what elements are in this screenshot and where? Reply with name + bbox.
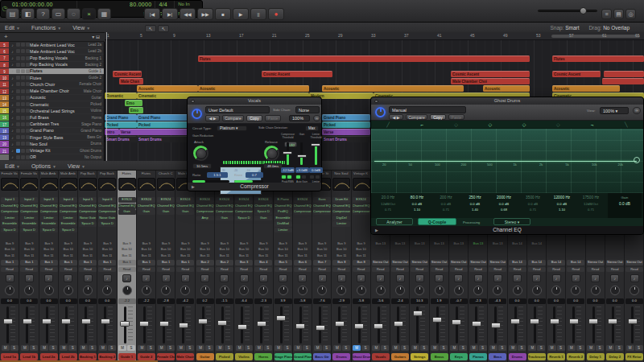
volume-value[interactable]: -2.8 bbox=[157, 298, 175, 304]
menu-view[interactable]: View ▼ bbox=[72, 23, 90, 34]
fader-cap[interactable] bbox=[276, 315, 286, 321]
eq-title-bar[interactable]: Ghost Drums bbox=[371, 97, 643, 105]
solo-button[interactable]: S bbox=[537, 345, 545, 351]
fader-cap[interactable] bbox=[179, 323, 188, 328]
solo-button[interactable] bbox=[21, 69, 25, 73]
audio-fx-slot[interactable]: Gain bbox=[216, 216, 233, 221]
channel-strip-drums[interactable]: Neo SoulDrum KitChannel EQCompressorDigi… bbox=[332, 171, 351, 362]
stop-button[interactable]: ■ bbox=[215, 8, 231, 20]
eq-band-5[interactable]: 2000 Hz0.0 dB0.68 bbox=[490, 193, 518, 212]
audio-fx-slot[interactable]: Compressor bbox=[313, 209, 331, 215]
output-slot[interactable]: Stereo Out bbox=[431, 260, 448, 265]
region-emo[interactable]: Emo bbox=[125, 100, 142, 106]
track-mute-solo[interactable] bbox=[16, 89, 30, 93]
audio-fx-slot[interactable]: PedEQ bbox=[275, 209, 292, 215]
channel-strip-bass-gtr[interactable]: Finger StBassChannel EQCompressorBus 9Bu… bbox=[312, 171, 332, 362]
fader-cap[interactable] bbox=[198, 319, 208, 324]
region-acoustic[interactable]: Acoustic bbox=[322, 85, 464, 92]
mute-button[interactable]: M bbox=[548, 345, 556, 351]
eq-band-6[interactable]: 3500 Hz0.0 dB0.71 bbox=[519, 193, 547, 212]
solo-button[interactable]: S bbox=[615, 345, 623, 351]
channel-strip-lead-1b[interactable]: Female VoInput 2Channel EQCompressorLimi… bbox=[19, 171, 39, 362]
send-slot[interactable]: Bus 10 bbox=[20, 247, 38, 253]
input-slot[interactable]: Bass bbox=[313, 197, 331, 203]
output-slot[interactable]: Bus 1 bbox=[20, 260, 38, 265]
audio-fx-slot[interactable]: Channel EQ bbox=[313, 204, 331, 209]
automation-mode[interactable]: Read bbox=[40, 267, 58, 273]
volume-value[interactable]: -4.3 bbox=[489, 298, 506, 304]
send-slot[interactable]: Bus 11 bbox=[294, 253, 312, 259]
audio-fx-slot[interactable]: Compressor bbox=[235, 209, 253, 215]
send-slot[interactable]: Bus 10 bbox=[176, 247, 194, 253]
mute-button[interactable]: M bbox=[411, 345, 419, 351]
ruler-scrollbar[interactable] bbox=[551, 35, 640, 38]
mute-button[interactable]: M bbox=[118, 345, 126, 351]
send-slot[interactable]: Bus 13 bbox=[411, 241, 428, 247]
output-slot[interactable]: Bus 7 bbox=[313, 260, 331, 265]
fader-cap[interactable] bbox=[374, 323, 383, 329]
fader-cap[interactable] bbox=[295, 323, 305, 329]
automation-mode[interactable]: Read bbox=[1, 267, 19, 273]
automation-mode[interactable]: Read bbox=[391, 267, 409, 273]
library-icon[interactable]: ▤ bbox=[6, 8, 19, 20]
inspector-icon[interactable]: ◧ bbox=[21, 8, 35, 20]
audio-fx-slot[interactable]: DigiDel bbox=[332, 216, 350, 221]
solo-button[interactable] bbox=[21, 96, 25, 100]
compare-button[interactable]: Compare bbox=[406, 114, 427, 120]
input-slot[interactable]: EXS24 bbox=[254, 197, 272, 203]
volume-value[interactable]: 0.0 bbox=[20, 298, 38, 304]
automation-mode[interactable]: Read bbox=[216, 267, 233, 273]
region-cosmic-ascent[interactable]: Cosmic Ascent bbox=[451, 71, 530, 77]
track-mute-solo[interactable] bbox=[16, 149, 30, 153]
audio-fx-slot[interactable]: Channel EQ bbox=[332, 204, 350, 209]
mixer-icon[interactable]: × bbox=[82, 8, 96, 20]
automation-mode[interactable]: Read bbox=[372, 267, 390, 273]
automation-mode[interactable]: Read bbox=[157, 267, 175, 273]
send-slot[interactable]: Bus 9 bbox=[118, 241, 136, 247]
pause-button[interactable]: || bbox=[250, 8, 266, 20]
input-slot[interactable]: EXS24 bbox=[176, 197, 194, 203]
channel-name-label[interactable]: Guide 2 bbox=[138, 353, 155, 360]
editors-icon[interactable]: ▦ bbox=[97, 8, 111, 20]
eq-band-4[interactable]: 250 Hz0.0 dB1.40 bbox=[461, 193, 489, 212]
mute-button[interactable]: M bbox=[392, 345, 400, 351]
mute-button[interactable]: M bbox=[353, 345, 361, 351]
solo-button[interactable]: S bbox=[361, 345, 369, 351]
channel-name-label[interactable]: Vocals bbox=[372, 353, 390, 360]
audio-fx-slot[interactable]: Space D bbox=[254, 209, 272, 215]
pan-knob[interactable] bbox=[395, 286, 405, 295]
audio-fx-slot[interactable]: Space D bbox=[20, 228, 38, 233]
output-slot[interactable]: Bus 2 bbox=[216, 260, 233, 265]
channel-name-label[interactable]: Female Choir bbox=[157, 353, 175, 360]
toggle-led[interactable] bbox=[310, 175, 314, 179]
pan-knob[interactable] bbox=[200, 286, 210, 295]
mute-button[interactable]: M bbox=[626, 345, 634, 351]
mute-button[interactable]: M bbox=[314, 345, 322, 351]
input-slot[interactable]: EXS24 bbox=[216, 197, 233, 203]
audio-fx-slot[interactable]: Channel EQ bbox=[1, 204, 19, 209]
solo-button[interactable] bbox=[21, 109, 25, 113]
mute-button[interactable] bbox=[16, 82, 20, 86]
mute-button[interactable]: M bbox=[275, 345, 283, 351]
audio-fx-slot[interactable]: Channel EQ bbox=[353, 204, 370, 209]
input-slot[interactable]: E-Piano bbox=[275, 197, 292, 203]
mute-button[interactable]: M bbox=[333, 345, 341, 351]
send-slot[interactable]: Bus 10 bbox=[353, 247, 370, 253]
band-frequency[interactable]: 250 Hz bbox=[461, 195, 489, 200]
send-slot[interactable]: Bus 14 bbox=[528, 241, 546, 247]
channel-name-label[interactable]: Bass bbox=[489, 353, 506, 360]
bell-band-4-icon[interactable]: ◇ bbox=[541, 121, 575, 128]
record-button[interactable]: ● bbox=[268, 8, 284, 20]
pan-knob[interactable] bbox=[357, 286, 366, 295]
mute-button[interactable]: M bbox=[509, 345, 517, 351]
knee-value[interactable]: 0.7 bbox=[246, 172, 263, 178]
output-slot[interactable]: Bus 1 bbox=[79, 260, 97, 265]
output-slot[interactable]: Bus 3 bbox=[235, 260, 253, 265]
volume-value[interactable]: -2.9 bbox=[332, 298, 350, 304]
track-row-backing-1[interactable]: 7♪Pop Backing VocalsBacking 1 bbox=[0, 55, 104, 61]
pan-knob[interactable] bbox=[317, 286, 327, 295]
send-slot[interactable]: Bus 10 bbox=[138, 247, 155, 253]
band-q[interactable]: 0.71 bbox=[519, 208, 547, 212]
output-slot[interactable]: Stereo Out bbox=[489, 260, 506, 265]
audio-fx-slot[interactable]: Channel EQ bbox=[176, 204, 194, 209]
